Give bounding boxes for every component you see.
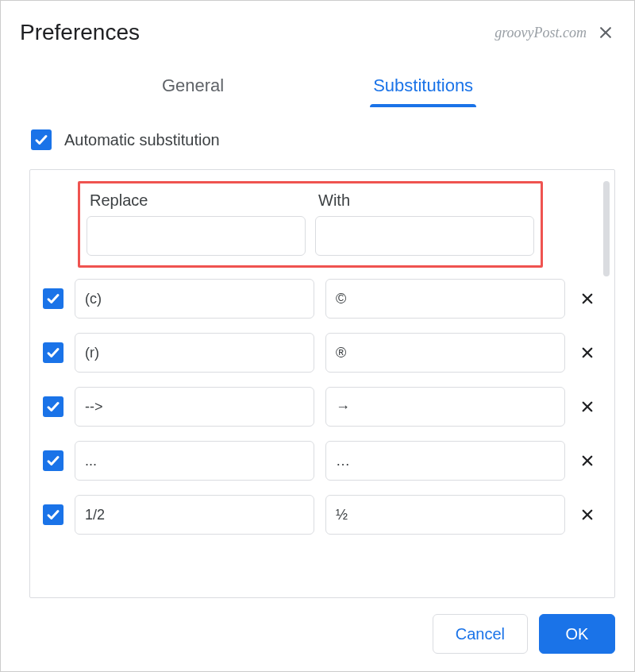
delete-row-icon[interactable]: [576, 346, 598, 360]
replace-input[interactable]: [75, 387, 314, 427]
header-right: groovyPost.com: [495, 23, 615, 42]
new-with-input[interactable]: [315, 216, 534, 256]
auto-substitution-row: Automatic substitution: [29, 129, 615, 150]
dialog-header: Preferences groovyPost.com: [1, 1, 634, 52]
row-checkbox[interactable]: [43, 288, 64, 309]
preferences-dialog: Preferences groovyPost.com General Subst…: [1, 1, 634, 671]
auto-substitution-checkbox[interactable]: [31, 129, 52, 150]
ok-button[interactable]: OK: [539, 614, 615, 654]
replace-input[interactable]: [75, 279, 314, 319]
with-header: With: [315, 191, 534, 210]
auto-substitution-label: Automatic substitution: [64, 131, 220, 149]
tab-substitutions[interactable]: Substitutions: [370, 68, 476, 107]
with-input[interactable]: [325, 441, 565, 481]
replace-header: Replace: [87, 191, 306, 210]
replace-input[interactable]: [75, 495, 314, 535]
row-checkbox[interactable]: [43, 450, 64, 471]
scroll-area: Replace With: [30, 170, 614, 597]
row-checkbox[interactable]: [43, 342, 64, 363]
dialog-title: Preferences: [20, 20, 140, 45]
tab-general[interactable]: General: [159, 68, 227, 107]
with-column: With: [315, 191, 534, 256]
substitution-row: [41, 441, 598, 481]
delete-row-icon[interactable]: [576, 454, 598, 468]
replace-input[interactable]: [75, 441, 314, 481]
with-input[interactable]: [325, 333, 565, 373]
dialog-body: Automatic substitution Replace With: [1, 107, 634, 598]
substitution-row: [41, 279, 598, 319]
with-input[interactable]: [325, 495, 565, 535]
new-entry-highlight: Replace With: [78, 181, 543, 268]
new-replace-input[interactable]: [87, 216, 306, 256]
row-checkbox[interactable]: [43, 504, 64, 525]
substitution-table: Replace With: [29, 169, 615, 598]
watermark-text: groovyPost.com: [495, 25, 587, 41]
substitution-row: [41, 333, 598, 373]
substitution-row: [41, 495, 598, 535]
replace-column: Replace: [87, 191, 306, 256]
substitution-row: [41, 387, 598, 427]
row-checkbox[interactable]: [43, 396, 64, 417]
dialog-footer: Cancel OK: [1, 598, 634, 671]
cancel-button[interactable]: Cancel: [433, 614, 528, 654]
with-input[interactable]: [325, 279, 565, 319]
delete-row-icon[interactable]: [576, 292, 598, 306]
delete-row-icon[interactable]: [576, 508, 598, 522]
with-input[interactable]: [325, 387, 565, 427]
close-icon[interactable]: [596, 23, 615, 42]
tab-bar: General Substitutions: [1, 52, 634, 107]
replace-input[interactable]: [75, 333, 314, 373]
delete-row-icon[interactable]: [576, 400, 598, 414]
